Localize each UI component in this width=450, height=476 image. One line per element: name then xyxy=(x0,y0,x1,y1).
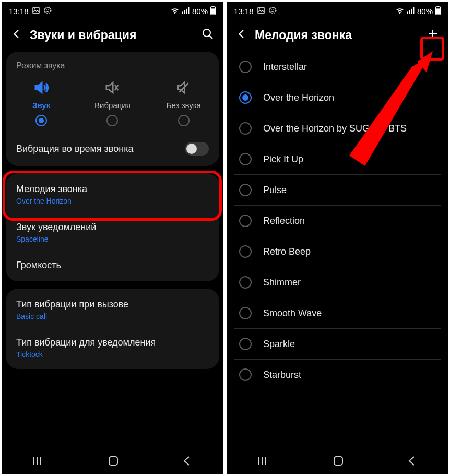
svg-rect-14 xyxy=(409,10,410,14)
home-icon[interactable] xyxy=(332,455,345,469)
svg-rect-5 xyxy=(188,7,189,14)
radio-icon xyxy=(106,115,118,126)
back-nav-icon[interactable] xyxy=(406,455,418,469)
ringtone-item[interactable]: Starburst xyxy=(234,360,441,390)
svg-rect-16 xyxy=(413,7,414,14)
status-time: 13:18 xyxy=(9,7,29,16)
ringtone-item[interactable]: Reflection xyxy=(234,206,441,236)
vibration-card: Тип вибрации при вызове Basic call Тип в… xyxy=(6,289,219,369)
svg-rect-11 xyxy=(258,7,264,14)
setting-label: Звук уведомлений xyxy=(16,222,209,233)
back-icon[interactable] xyxy=(11,28,22,42)
sounds-card: Мелодия звонка Over the Horizon Звук уве… xyxy=(6,173,219,281)
sound-mode-header: Режим звука xyxy=(6,54,219,76)
status-time: 13:18 xyxy=(234,7,254,16)
setting-label: Тип вибрации для уведомления xyxy=(16,337,209,348)
gear-icon xyxy=(268,6,277,16)
sound-mode-vibrate[interactable]: Вибрация xyxy=(77,80,148,126)
svg-rect-13 xyxy=(407,11,408,14)
svg-rect-19 xyxy=(436,8,440,14)
recents-icon[interactable] xyxy=(32,456,46,468)
ringtone-item[interactable]: Pick It Up xyxy=(234,144,441,175)
ringtone-item[interactable]: Smooth Wave xyxy=(234,298,441,329)
back-nav-icon[interactable] xyxy=(181,455,193,469)
ringtone-label: Over the Horizon by SUGA of BTS xyxy=(263,123,407,134)
ringtone-label: Pulse xyxy=(263,185,287,196)
ringtone-label: Reflection xyxy=(263,216,305,227)
svg-rect-4 xyxy=(186,8,187,14)
radio-icon xyxy=(239,61,252,73)
vibration-notif-row[interactable]: Тип вибрации для уведомления Ticktock xyxy=(6,329,219,367)
page-title: Звуки и вибрация xyxy=(30,28,194,42)
radio-icon xyxy=(239,307,252,319)
ringtone-label: Sparkle xyxy=(263,339,295,350)
ringtone-item[interactable]: Sparkle xyxy=(234,329,441,360)
status-battery-text: 80% xyxy=(192,7,208,16)
svg-point-1 xyxy=(34,8,35,9)
ringtone-item[interactable]: Shimmer xyxy=(234,267,441,298)
mode-label: Вибрация xyxy=(94,101,131,110)
ringtone-label: Pick It Up xyxy=(263,154,303,165)
home-icon[interactable] xyxy=(107,455,120,469)
battery-icon xyxy=(210,6,216,17)
ringtone-label: Smooth Wave xyxy=(263,308,322,319)
setting-label: Громкость xyxy=(16,260,209,271)
radio-icon xyxy=(239,215,252,227)
svg-rect-2 xyxy=(182,11,183,14)
image-icon xyxy=(257,6,265,16)
gear-icon xyxy=(43,6,52,16)
image-icon xyxy=(32,6,40,16)
setting-label: Вибрация во время звонка xyxy=(16,144,177,154)
svg-rect-3 xyxy=(184,10,185,14)
svg-point-9 xyxy=(203,29,210,37)
search-icon[interactable] xyxy=(202,28,214,42)
svg-rect-7 xyxy=(212,6,214,7)
setting-value: Ticktock xyxy=(16,350,209,359)
highlight-box xyxy=(3,171,222,221)
vibration-call-row[interactable]: Тип вибрации при вызове Basic call xyxy=(6,291,219,329)
setting-label: Тип вибрации при вызове xyxy=(16,299,209,310)
status-battery-text: 80% xyxy=(417,7,433,16)
phone-left: 13:18 80% Звуки и вибрация xyxy=(2,2,223,474)
ringtone-item[interactable]: Pulse xyxy=(234,175,441,206)
radio-icon xyxy=(239,91,252,104)
ringtone-item[interactable]: Over the Horizon xyxy=(234,82,441,113)
signal-icon xyxy=(407,7,415,16)
header: Звуки и вибрация xyxy=(2,20,223,52)
sound-mode-card: Режим звука Звук Вибрация Без звука Вибр… xyxy=(6,52,219,166)
vibrate-while-ringing-row[interactable]: Вибрация во время звонка xyxy=(6,134,219,164)
sound-mode-sound[interactable]: Звук xyxy=(6,80,77,126)
ringtone-item[interactable]: Over the Horizon by SUGA of BTS xyxy=(234,113,441,144)
volume-row[interactable]: Громкость xyxy=(6,252,219,279)
radio-icon xyxy=(178,115,190,126)
wifi-icon xyxy=(395,7,405,16)
radio-icon xyxy=(35,115,47,126)
sound-mode-mute[interactable]: Без звука xyxy=(148,80,219,126)
ringtone-item[interactable]: Retro Beep xyxy=(234,236,441,267)
switch-icon[interactable] xyxy=(185,142,209,156)
radio-icon xyxy=(239,368,252,381)
radio-icon xyxy=(239,276,252,289)
ringtone-label: Interstellar xyxy=(263,62,307,73)
svg-rect-15 xyxy=(411,8,412,14)
navbar xyxy=(227,449,448,474)
mode-label: Без звука xyxy=(167,101,201,110)
phone-right: 13:18 80% Мелодия звонка xyxy=(227,2,448,474)
radio-icon xyxy=(239,338,252,350)
svg-rect-22 xyxy=(334,457,342,465)
svg-rect-18 xyxy=(437,6,439,7)
radio-icon xyxy=(239,184,252,196)
radio-icon xyxy=(239,245,252,258)
ringtone-label: Over the Horizon xyxy=(263,92,334,103)
highlight-box xyxy=(420,37,444,61)
battery-icon xyxy=(435,6,441,17)
ringtone-label: Shimmer xyxy=(263,277,301,288)
ringtone-label: Starburst xyxy=(263,370,301,380)
signal-icon xyxy=(182,7,190,16)
page-title: Мелодия звонка xyxy=(255,28,419,42)
ringtone-item[interactable]: Interstellar xyxy=(234,52,441,82)
back-icon[interactable] xyxy=(236,28,247,42)
svg-rect-10 xyxy=(109,457,117,465)
recents-icon[interactable] xyxy=(257,456,271,468)
radio-icon xyxy=(239,122,252,135)
